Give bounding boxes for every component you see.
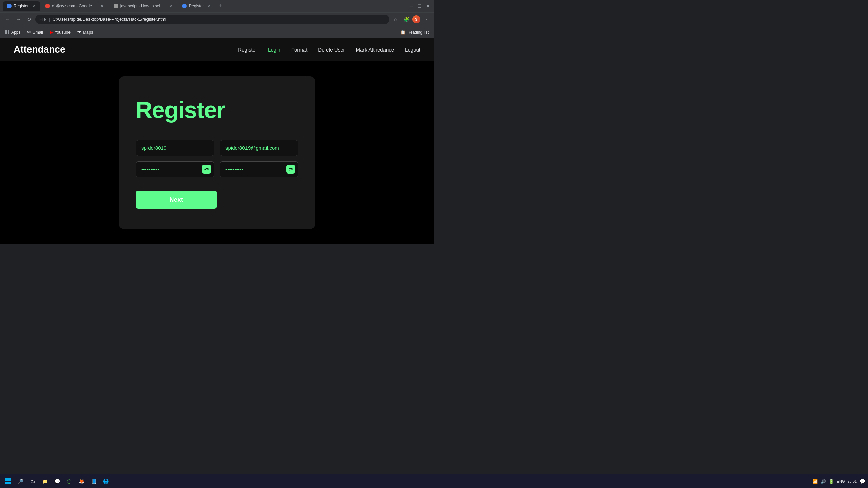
register-card: Register @ @ bbox=[119, 76, 315, 229]
confirm-password-field-wrapper: @ bbox=[220, 161, 298, 177]
nav-link-format[interactable]: Format bbox=[291, 47, 308, 53]
back-button[interactable]: ← bbox=[3, 15, 12, 24]
window-controls: ─ ☐ ✕ bbox=[409, 3, 431, 9]
bookmark-gmail[interactable]: ✉ Gmail bbox=[24, 28, 45, 36]
reading-list-label: Reading list bbox=[407, 30, 429, 35]
tab-favicon-2 bbox=[45, 4, 50, 8]
bookmark-apps-label: Apps bbox=[11, 30, 20, 35]
tab-favicon-3 bbox=[114, 4, 118, 8]
confirm-password-toggle-icon[interactable]: @ bbox=[286, 165, 295, 174]
bookmark-star-icon[interactable]: ☆ bbox=[391, 15, 400, 24]
nav-links: Register Login Format Delete User Mark A… bbox=[238, 47, 420, 53]
bookmark-maps[interactable]: 🗺 Maps bbox=[75, 28, 96, 36]
form-grid: @ @ bbox=[136, 140, 298, 177]
tab-title-2: x1@xyz.com - Google Search bbox=[52, 4, 97, 8]
bookmark-gmail-label: Gmail bbox=[32, 30, 43, 35]
gmail-icon: ✉ bbox=[27, 30, 31, 35]
bookmark-maps-label: Maps bbox=[83, 30, 93, 35]
main-content: Register @ @ bbox=[0, 61, 434, 244]
tab-register-2[interactable]: Register ✕ bbox=[178, 1, 216, 11]
tab-close-3[interactable]: ✕ bbox=[168, 3, 173, 9]
nav-link-delete-user[interactable]: Delete User bbox=[318, 47, 345, 53]
nav-link-mark-attendance[interactable]: Mark Attnedance bbox=[356, 47, 394, 53]
tab-favicon bbox=[7, 4, 12, 8]
tab-google[interactable]: x1@xyz.com - Google Search ✕ bbox=[41, 1, 109, 11]
username-input[interactable] bbox=[136, 140, 214, 156]
tab-js[interactable]: javascript - How to select nth ite... ✕ bbox=[110, 1, 177, 11]
forward-button[interactable]: → bbox=[14, 15, 23, 24]
extensions-icon[interactable]: 🧩 bbox=[401, 15, 411, 24]
reading-list-icon: 📋 bbox=[400, 30, 406, 35]
url-text: C:/Users/spide/Desktop/Base-Projects/Hac… bbox=[53, 17, 166, 22]
bookmark-youtube-label: YouTube bbox=[55, 30, 71, 35]
tab-close-2[interactable]: ✕ bbox=[99, 3, 105, 9]
tab-favicon-4 bbox=[182, 4, 187, 8]
nav-link-logout[interactable]: Logout bbox=[405, 47, 420, 53]
menu-icon[interactable]: ⋮ bbox=[422, 15, 431, 24]
youtube-icon: ▶ bbox=[50, 30, 53, 35]
app-area: Attendance Register Login Format Delete … bbox=[0, 38, 434, 244]
bookmark-youtube[interactable]: ▶ YouTube bbox=[47, 28, 73, 36]
address-input-container[interactable]: File | C:/Users/spide/Desktop/Base-Proje… bbox=[35, 15, 389, 24]
card-title: Register bbox=[136, 97, 298, 123]
address-right-icons: ☆ 🧩 S ⋮ bbox=[391, 15, 431, 24]
nav-link-login[interactable]: Login bbox=[268, 47, 280, 53]
nav-brand: Attendance bbox=[14, 44, 238, 55]
navbar: Attendance Register Login Format Delete … bbox=[0, 38, 434, 61]
tab-title-1: Register bbox=[14, 4, 29, 8]
next-button[interactable]: Next bbox=[136, 191, 217, 209]
bookmark-apps[interactable]: Apps bbox=[3, 28, 23, 36]
profile-icon[interactable]: S bbox=[412, 15, 420, 23]
email-input[interactable] bbox=[220, 140, 298, 156]
new-tab-button[interactable]: + bbox=[216, 1, 225, 11]
browser-chrome: Register ✕ x1@xyz.com - Google Search ✕ … bbox=[0, 0, 434, 38]
tab-title-3: javascript - How to select nth ite... bbox=[120, 4, 166, 8]
nav-link-register[interactable]: Register bbox=[238, 47, 257, 53]
protocol-label: File bbox=[39, 17, 46, 22]
bookmarks-bar: Apps ✉ Gmail ▶ YouTube 🗺 Maps 📋 Reading … bbox=[0, 26, 434, 38]
reading-list-button[interactable]: 📋 Reading list bbox=[398, 28, 431, 36]
tab-title-4: Register bbox=[189, 4, 204, 8]
reload-button[interactable]: ↻ bbox=[24, 15, 34, 24]
password-field-wrapper: @ bbox=[136, 161, 214, 177]
tab-register-active[interactable]: Register ✕ bbox=[3, 1, 40, 11]
close-window-button[interactable]: ✕ bbox=[425, 3, 431, 9]
password-toggle-icon[interactable]: @ bbox=[202, 165, 211, 174]
address-bar: ← → ↻ File | C:/Users/spide/Desktop/Base… bbox=[0, 12, 434, 26]
apps-grid-icon bbox=[5, 30, 9, 34]
maps-icon: 🗺 bbox=[77, 30, 81, 35]
tab-close-4[interactable]: ✕ bbox=[206, 3, 211, 9]
tab-bar: Register ✕ x1@xyz.com - Google Search ✕ … bbox=[0, 0, 434, 12]
tab-close-1[interactable]: ✕ bbox=[31, 3, 36, 9]
minimize-button[interactable]: ─ bbox=[409, 3, 415, 9]
maximize-button[interactable]: ☐ bbox=[416, 3, 423, 9]
